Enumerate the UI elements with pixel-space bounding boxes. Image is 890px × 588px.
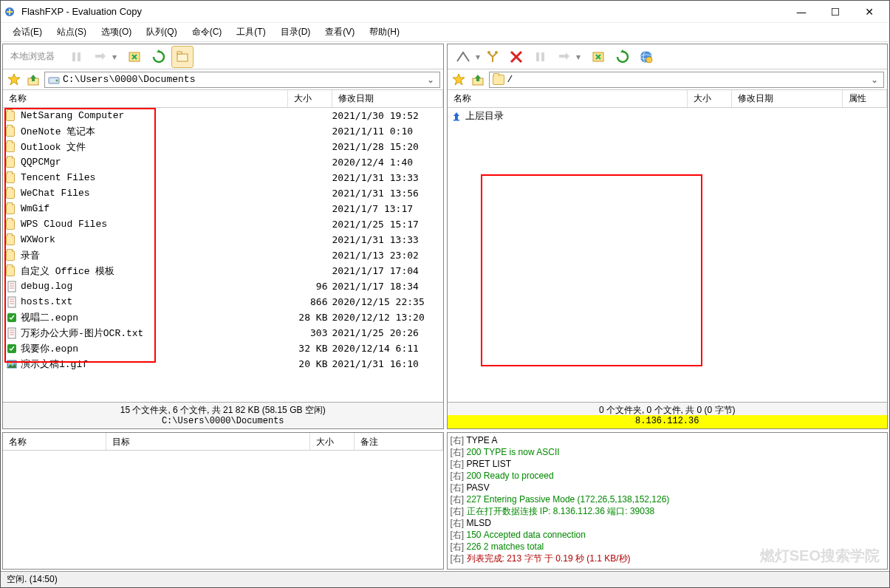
up-icon[interactable] (25, 72, 41, 88)
col-date[interactable]: 修改日期 (732, 90, 843, 107)
list-item[interactable]: debug.log962021/1/17 18:34 (3, 278, 443, 294)
qcol-name[interactable]: 名称 (3, 433, 106, 450)
list-item[interactable]: 万彩办公大师-图片OCR.txt3032021/1/25 20:26 (3, 325, 443, 341)
left-pane: 本地浏览器 ▾ ⌄ 名称 大小 修改日期 NetSarang Computer2… (2, 44, 444, 429)
favorite-icon[interactable] (451, 72, 467, 88)
transfer-icon[interactable] (89, 46, 111, 68)
list-item[interactable]: QQPCMgr2020/12/4 1:40 (3, 154, 443, 170)
list-item[interactable]: Tencent Files2021/1/31 13:33 (3, 170, 443, 185)
list-item[interactable]: OneNote 笔记本2021/1/11 0:10 (3, 123, 443, 139)
close-button[interactable]: ✕ (852, 1, 886, 23)
list-item[interactable]: WPS Cloud Files2021/1/25 15:17 (3, 216, 443, 232)
list-item[interactable]: WXWork2021/1/31 13:33 (3, 232, 443, 247)
list-item[interactable]: 视唱二.eopn28 KB2020/12/12 13:20 (3, 310, 443, 325)
file-icon (6, 312, 18, 324)
menu-queue[interactable]: 队列(Q) (139, 24, 184, 41)
menu-help[interactable]: 帮助(H) (362, 24, 407, 41)
list-item[interactable]: 演示文稿1.gif20 KB2021/1/31 16:10 (3, 356, 443, 372)
col-name[interactable]: 名称 (3, 90, 288, 107)
explore-icon[interactable] (171, 46, 194, 68)
file-icon (6, 343, 18, 355)
dropdown-icon[interactable]: ⌄ (425, 75, 437, 85)
col-size[interactable]: 大小 (288, 90, 332, 107)
svg-point-25 (487, 51, 490, 54)
list-item[interactable]: Outlook 文件2021/1/28 15:20 (3, 139, 443, 154)
left-path-input[interactable] (63, 74, 425, 85)
connect-icon[interactable] (452, 46, 474, 68)
folder-icon (493, 75, 504, 85)
transfer-icon[interactable] (552, 46, 575, 68)
list-item[interactable]: 我要你.eopn32 KB2020/12/14 6:11 (3, 341, 443, 356)
file-icon (6, 172, 18, 184)
menu-options[interactable]: 选项(O) (94, 24, 139, 41)
minimize-button[interactable]: — (784, 1, 818, 23)
file-icon (6, 203, 18, 215)
qcol-size[interactable]: 大小 (310, 433, 355, 450)
refresh-icon[interactable] (612, 46, 634, 68)
refresh-icon[interactable] (148, 46, 170, 68)
pause-icon[interactable] (529, 46, 551, 68)
right-path-input[interactable] (507, 74, 869, 85)
col-size[interactable]: 大小 (688, 90, 732, 107)
svg-point-8 (56, 79, 58, 81)
log-line: [右] PRET LIST (451, 458, 885, 470)
right-path-box[interactable]: ⌄ (489, 72, 885, 88)
log-line: [右] MLSD (451, 517, 885, 529)
file-icon (6, 126, 18, 137)
svg-rect-5 (177, 52, 182, 54)
left-path-box[interactable]: ⌄ (44, 72, 440, 88)
svg-rect-9 (8, 281, 16, 292)
menubar: 会话(E) 站点(S) 选项(O) 队列(Q) 命令(C) 工具(T) 目录(D… (1, 23, 889, 42)
dropdown-icon[interactable]: ⌄ (869, 75, 880, 85)
list-item[interactable]: hosts.txt8662020/12/15 22:35 (3, 294, 443, 310)
list-item[interactable]: NetSarang Computer2021/1/30 19:52 (3, 108, 443, 123)
qcol-target[interactable]: 目标 (106, 433, 310, 450)
right-pane: ▾ ▾ ⌄ 名称 大小 修改日期 属性 上层目录 0 个文件夹, (447, 44, 889, 429)
abort2-icon[interactable] (588, 46, 610, 68)
file-icon (6, 358, 18, 370)
titlebar: FlashFXP - Evaluation Copy — ☐ ✕ (1, 1, 889, 23)
list-item[interactable]: 录音2021/1/13 23:02 (3, 247, 443, 263)
maximize-button[interactable]: ☐ (818, 1, 852, 23)
menu-view[interactable]: 查看(V) (318, 24, 362, 41)
highlight-box (481, 174, 702, 366)
svg-point-32 (646, 57, 652, 63)
file-icon (6, 141, 18, 153)
col-name[interactable]: 名称 (448, 90, 688, 107)
parent-row[interactable]: 上层目录 (448, 108, 888, 123)
file-icon (6, 157, 18, 168)
col-attr[interactable]: 属性 (843, 90, 887, 107)
parent-label: 上层目录 (465, 109, 888, 123)
file-icon (6, 250, 18, 261)
col-date[interactable]: 修改日期 (332, 90, 443, 107)
list-item[interactable]: WmGif2021/1/7 13:17 (3, 201, 443, 216)
abort-icon[interactable] (505, 46, 527, 68)
left-status2: C:\Users\0000\Documents (3, 415, 443, 428)
file-icon (6, 265, 18, 277)
menu-directory[interactable]: 目录(D) (273, 24, 318, 41)
file-icon (6, 234, 18, 246)
menu-tools[interactable]: 工具(T) (229, 24, 273, 41)
abort-icon[interactable] (124, 46, 146, 68)
menu-command[interactable]: 命令(C) (185, 24, 230, 41)
log-list[interactable]: [右] TYPE A[右] 200 TYPE is now ASCII[右] P… (448, 433, 888, 569)
file-icon (6, 281, 18, 293)
list-item[interactable]: WeChat Files2021/1/31 13:56 (3, 185, 443, 201)
svg-rect-1 (72, 52, 75, 61)
status-text: 空闲. (14:50) (7, 573, 58, 586)
parent-icon (451, 110, 462, 122)
disconnect-icon[interactable] (482, 46, 504, 68)
up-icon[interactable] (470, 72, 486, 88)
svg-rect-27 (536, 52, 539, 61)
favorite-icon[interactable] (6, 72, 22, 88)
list-item[interactable]: 自定义 Office 模板2021/1/17 17:04 (3, 263, 443, 278)
qcol-note[interactable]: 备注 (355, 433, 443, 450)
pause-icon[interactable] (65, 46, 87, 68)
globe-icon[interactable] (635, 46, 657, 68)
svg-rect-18 (8, 328, 16, 338)
statusbar: 空闲. (14:50) (1, 571, 889, 587)
menu-session[interactable]: 会话(E) (5, 24, 49, 41)
menu-site[interactable]: 站点(S) (49, 24, 94, 41)
log-line: [右] 226 2 matches total (451, 541, 885, 553)
right-status: 0 个文件夹, 0 个文件, 共 0 (0 字节) (448, 402, 888, 415)
